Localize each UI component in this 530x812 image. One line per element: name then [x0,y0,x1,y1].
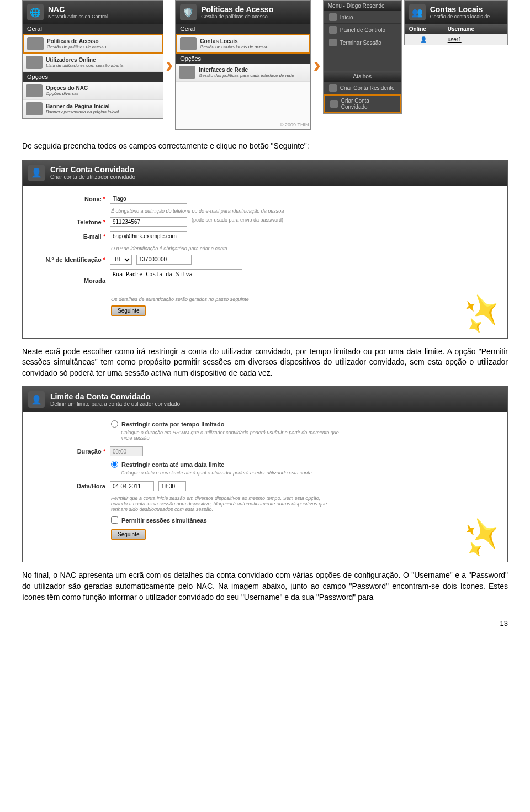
section-opcoes: Opções [23,72,163,82]
nac-title: NAC [48,5,108,14]
arrow-icon: › [313,52,320,77]
menu-inicio[interactable]: Início [324,11,401,24]
checkbox-label: Permitir sessões simultâneas [121,517,207,524]
contas-sub: Gestão de contas locais de [430,14,490,19]
section-opcoes2: Opções [176,54,310,64]
atalho-convidado[interactable]: Criar Conta Convidado [324,94,401,113]
nac-panel: 🌐 NAC Network Admission Control Geral Po… [22,0,163,119]
user-add-icon [329,84,337,92]
contas-panel: 👥 Contas Locais Gestão de contas locais … [404,0,508,45]
users-icon [26,56,43,69]
form1-sub: Criar conta de utilizador convidado [50,174,135,180]
paragraph-2: Neste ecrã pode escolher como irá restri… [22,346,508,379]
page-number: 13 [22,619,508,628]
form-limite-conta: 👤 Limite da Conta Convidado Definir um l… [22,386,508,562]
badge-icon: 🛡️ [180,4,197,20]
form1-title: Criar Conta Convidado [50,165,135,174]
date-input[interactable] [110,481,154,491]
duracao-input [110,446,143,456]
wizard-icon: 👤 [28,165,45,181]
item-contas-locais[interactable]: Contas LocaisGestão de contas locais de … [176,34,310,54]
datahora-label: Data/Hora [34,481,105,489]
users-icon [180,37,197,50]
item-politicas-acesso[interactable]: Políticas de AcessoGestão de políticas d… [23,34,163,54]
contas-table-row[interactable]: 👤 user1 [405,34,507,45]
form2-header: 👤 Limite da Conta Convidado Definir um l… [23,387,507,412]
logout-icon [329,39,337,46]
id-label: N.º de Identificação * [34,255,105,263]
politicas-header: 🛡️ Políticas de Acesso Gestão de polític… [176,1,310,24]
item-interfaces-rede[interactable]: Interfaces de RedeGestão das políticas p… [176,64,310,82]
arrow-icon: › [166,52,173,77]
radio-data-limite[interactable] [111,461,118,468]
network-icon [179,66,195,79]
atalhos-header: Atalhos [324,71,401,82]
menu-painel[interactable]: Painel de Controlo [324,24,401,36]
form-criar-conta: 👤 Criar Conta Convidado Criar conta de u… [22,160,508,339]
telefone-input[interactable] [110,217,187,227]
politicas-title: Políticas de Acesso [201,5,273,14]
radio2-label: Restringir conta até uma data limite [121,461,224,468]
menu-terminar[interactable]: Terminar Sessão [324,36,401,49]
radio-tempo-limitado[interactable] [111,420,118,428]
nome-note: É obrigatório a definição do telefone ou… [111,208,496,214]
contas-table-header: Online Username [405,24,507,34]
wizard-icon: 👤 [28,391,45,408]
user-add-icon [330,100,338,108]
telefone-label: Telefone * [34,217,105,225]
radio1-note: Coloque a duração em HH:MM que o utiliza… [121,430,342,441]
id-input[interactable] [136,255,192,265]
nac-header: 🌐 NAC Network Admission Control [23,1,163,24]
form1-header: 👤 Criar Conta Convidado Criar conta de u… [23,160,507,186]
form2-body: Restringir conta por tempo limitado Colo… [23,412,507,562]
atalho-residente[interactable]: Criar Conta Residente [324,82,401,94]
form1-footnote: Os detalhes de autenticação serão gerado… [111,297,496,302]
copyright: © 2009 THIN [176,120,310,129]
form2-sub: Definir um limite para a conta de utiliz… [50,401,180,407]
username-link[interactable]: user1 [443,34,507,45]
th-username: Username [443,24,507,34]
item-utilizadores-online[interactable]: Utilizadores OnlineLista de utilizadores… [23,54,163,72]
seguinte-button[interactable]: Seguinte [111,305,146,316]
duracao-label: Duração * [34,446,105,455]
tel-note: (pode ser usado para envio da password) [192,217,283,223]
email-note: O n.º de identificação é obrigatório par… [111,246,496,251]
dashboard-icon [329,26,337,34]
morada-label: Morada [34,269,105,284]
contas-header: 👥 Contas Locais Gestão de contas locais … [405,1,507,24]
time-input[interactable] [158,481,186,491]
gear-icon [26,84,43,97]
item-banner[interactable]: Banner da Página InicialBanner apresenta… [23,100,163,118]
section-geral: Geral [23,24,163,34]
form1-body: Nome * É obrigatório a definição do tele… [23,186,507,338]
section-geral2: Geral [176,24,310,34]
nac-sub: Network Admission Control [48,14,108,19]
form2-title: Limite da Conta Convidado [50,392,180,401]
menu-header: Menu - Diogo Resende [324,1,401,11]
dh-note: Permitir que a conta inicie sessão em di… [111,495,332,512]
radio2-note: Coloque a data e hora limite até à qual … [121,470,342,476]
online-status-icon: 👤 [405,34,443,45]
email-input[interactable] [110,231,187,241]
image-icon [26,102,43,115]
th-online: Online [405,24,443,34]
nome-label: Nome * [34,194,105,202]
seguinte-button-2[interactable]: Seguinte [111,529,146,540]
paragraph-3: No final, o NAC apresenta um ecrã com os… [22,570,508,603]
top-screenshots-row: 🌐 NAC Network Admission Control Geral Po… [22,0,508,130]
globe-icon: 🌐 [27,4,44,20]
politicas-panel: 🛡️ Políticas de Acesso Gestão de polític… [175,0,311,130]
checkbox-sessoes-simultaneas[interactable] [111,516,118,524]
shield-icon [27,37,44,50]
politicas-sub: Gestão de políticas de acesso [201,14,273,19]
nome-input[interactable] [110,194,187,204]
item-opcoes-nac[interactable]: Opções do NACOpções diversas [23,82,163,100]
id-select[interactable]: BI [110,255,132,265]
morada-input[interactable]: Rua Padre Costa da Silva [110,269,242,291]
users-icon: 👥 [409,4,426,20]
contas-title: Contas Locais [430,5,490,14]
email-label: E-mail * [34,231,105,240]
home-icon [329,13,337,21]
paragraph-1: De seguida preencha todos os campos corr… [22,141,508,152]
radio1-label: Restringir conta por tempo limitado [121,421,224,428]
